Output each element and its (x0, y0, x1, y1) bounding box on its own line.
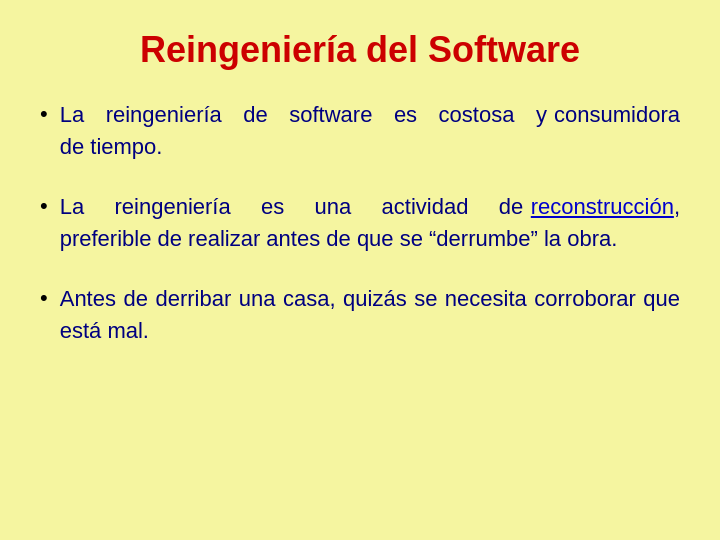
slide: Reingeniería del Software • La reingenie… (0, 0, 720, 540)
bullet-item-1: • La reingeniería de software es costosa… (40, 99, 680, 163)
bullet-item-3: • Antes de derribar una casa, quizás se … (40, 283, 680, 347)
bullet-dot-1: • (40, 101, 48, 127)
bullet-dot-3: • (40, 285, 48, 311)
slide-title: Reingeniería del Software (40, 28, 680, 71)
highlight-reconstruction: reconstrucción (531, 194, 674, 219)
bullet-text-1: La reingeniería de software es costosa y… (60, 99, 680, 163)
bullet-text-2: La reingeniería es una actividad de reco… (60, 191, 680, 255)
bullet-dot-2: • (40, 193, 48, 219)
bullet-item-2: • La reingeniería es una actividad de re… (40, 191, 680, 255)
bullet-text-3: Antes de derribar una casa, quizás se ne… (60, 283, 680, 347)
